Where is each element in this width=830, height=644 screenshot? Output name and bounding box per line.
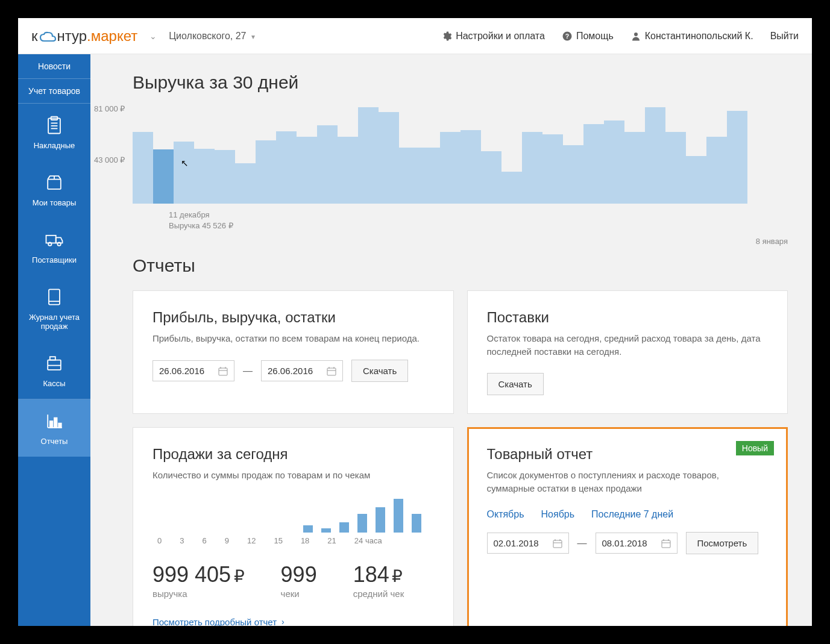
box-icon: [42, 172, 66, 193]
detail-report-link[interactable]: Посмотреть подробный отчет ›: [152, 617, 285, 626]
sidebar-item-sales-journal[interactable]: Журнал учета продаж: [18, 275, 90, 342]
revenue-bar[interactable]: [461, 130, 481, 204]
avg-value: 184: [353, 562, 389, 587]
revenue-bar[interactable]: [338, 137, 358, 204]
checks-value: 999: [281, 562, 317, 587]
sidebar-item-cashboxes[interactable]: Кассы: [18, 342, 90, 399]
location-selector[interactable]: Циолковского, 27 ▾: [169, 31, 255, 42]
help-label: Помощь: [576, 31, 614, 42]
revenue-bar[interactable]: [194, 149, 215, 204]
sidebar-item-my-goods[interactable]: Мои товары: [18, 161, 90, 218]
revenue-bar[interactable]: [276, 131, 297, 204]
quick-link-october[interactable]: Октябрь: [487, 509, 524, 520]
revenue-value: 999 405: [152, 562, 231, 587]
sidebar-label: Отчеты: [41, 437, 68, 446]
date-from-input[interactable]: 26.06.2016: [152, 360, 234, 381]
revenue-bar[interactable]: [481, 151, 501, 204]
card-title: Поставки: [487, 309, 769, 326]
card-profit: Прибыль, выручка, остатки Прибыль, выруч…: [133, 290, 454, 414]
svg-point-11: [48, 243, 51, 246]
logout-link[interactable]: Выйти: [770, 31, 799, 42]
revenue-bar[interactable]: [420, 148, 440, 204]
revenue-bar[interactable]: [583, 124, 604, 204]
user-link[interactable]: Константинопольский К.: [630, 31, 753, 42]
svg-rect-27: [327, 368, 336, 375]
sales-hourly-chart: [159, 496, 434, 533]
hourly-bar: [303, 525, 313, 532]
revenue-bar[interactable]: [358, 107, 379, 204]
svg-rect-8: [48, 180, 61, 189]
revenue-bar[interactable]: [399, 148, 420, 204]
revenue-bar[interactable]: [645, 107, 665, 204]
revenue-bar[interactable]: [563, 145, 583, 204]
revenue-bar[interactable]: [542, 134, 563, 204]
svg-text:?: ?: [565, 32, 569, 39]
revenue-bar[interactable]: [624, 132, 645, 204]
svg-point-2: [634, 33, 638, 36]
sidebar-label: Накладные: [34, 141, 75, 150]
revenue-bar[interactable]: [215, 150, 235, 204]
sidebar-item-suppliers[interactable]: Поставщики: [18, 218, 90, 275]
chevron-down-icon: ▾: [251, 33, 255, 41]
quick-link-last7[interactable]: Последние 7 дней: [591, 509, 673, 520]
hour-tick: 9: [225, 536, 229, 545]
revenue-bar[interactable]: [297, 137, 317, 204]
sidebar-item-reports[interactable]: Отчеты: [18, 399, 90, 457]
hour-tick: 18: [301, 536, 309, 545]
revenue-bar[interactable]: [153, 149, 174, 204]
card-title: Продажи за сегодня: [152, 446, 434, 463]
card-desc: Прибыль, выручка, остатки по всем товара…: [152, 332, 434, 345]
date-separator: —: [243, 366, 253, 377]
revenue-bar[interactable]: [174, 142, 194, 204]
revenue-bar[interactable]: [706, 137, 727, 204]
date-to-input[interactable]: 08.01.2018: [596, 533, 678, 554]
sidebar-label: Мои товары: [33, 198, 77, 207]
card-sales-today: Продажи за сегодня Количество и суммы пр…: [133, 427, 454, 626]
revenue-bar[interactable]: [522, 132, 542, 204]
tooltip-date: 11 декабря: [169, 210, 788, 220]
revenue-bar[interactable]: [665, 132, 686, 204]
revenue-bar[interactable]: [440, 132, 461, 204]
revenue-bar[interactable]: [727, 111, 747, 204]
svg-rect-16: [50, 357, 55, 360]
revenue-bar[interactable]: [317, 125, 338, 204]
y-axis-top: 81 000 ₽: [94, 104, 125, 113]
main-content: Выручка за 30 дней 81 000 ₽ 43 000 ₽ ↖ 1…: [90, 54, 812, 626]
date-to-value: 08.01.2018: [602, 538, 647, 548]
revenue-bars[interactable]: [133, 107, 788, 204]
revenue-bar[interactable]: [501, 172, 522, 204]
date-from-input[interactable]: 02.01.2018: [487, 533, 569, 554]
sidebar-label: Новости: [38, 61, 71, 71]
chevron-right-icon: ›: [281, 617, 285, 626]
download-button[interactable]: Скачать: [351, 360, 408, 382]
hour-tick: 15: [274, 536, 282, 545]
revenue-bar[interactable]: [604, 120, 624, 204]
svg-rect-35: [662, 540, 670, 548]
date-separator: —: [577, 538, 587, 549]
revenue-bar[interactable]: [686, 156, 706, 204]
sidebar-item-goods-account[interactable]: Учет товаров: [18, 79, 90, 103]
logo-middle: нтур: [57, 28, 87, 45]
date-to-input[interactable]: 26.06.2016: [261, 360, 343, 381]
help-link[interactable]: ? Помощь: [562, 31, 614, 42]
user-icon: [630, 31, 641, 42]
card-title: Прибыль, выручка, остатки: [152, 309, 434, 326]
revenue-bar[interactable]: [256, 140, 276, 204]
svg-rect-20: [50, 421, 53, 428]
revenue-bar[interactable]: [235, 163, 256, 204]
revenue-label: выручка: [152, 589, 245, 599]
brand-chevron-icon[interactable]: ⌄: [149, 31, 157, 41]
download-button[interactable]: Скачать: [487, 373, 544, 395]
calendar-icon: [327, 366, 336, 376]
revenue-bar[interactable]: [133, 132, 153, 204]
revenue-bar[interactable]: [379, 112, 399, 204]
logo[interactable]: к нтур . маркет: [31, 28, 137, 45]
view-button[interactable]: Посмотреть: [686, 532, 759, 554]
quick-link-november[interactable]: Ноябрь: [541, 509, 575, 520]
sidebar-item-news[interactable]: Новости: [18, 54, 90, 78]
new-badge: Новый: [736, 441, 774, 455]
sidebar-item-invoices[interactable]: Накладные: [18, 104, 90, 161]
settings-link[interactable]: Настройки и оплата: [441, 31, 545, 42]
stat-avg: 184 ₽ средний чек: [353, 562, 404, 599]
clipboard-icon: [42, 114, 66, 136]
